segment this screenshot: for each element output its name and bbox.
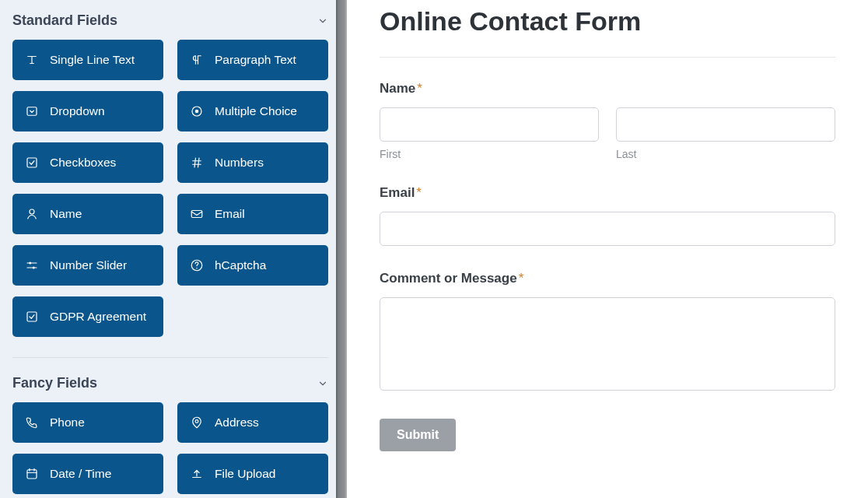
submit-button[interactable]: Submit: [380, 419, 456, 451]
text-icon: [25, 53, 39, 67]
checkbox-icon: [25, 310, 39, 324]
first-name-input[interactable]: [380, 107, 599, 142]
section-title: Standard Fields: [12, 12, 117, 29]
field-type-label: Address: [215, 416, 259, 430]
field-type-label: Name: [50, 207, 82, 221]
last-name-input[interactable]: [616, 107, 835, 142]
svg-rect-5: [191, 211, 202, 218]
field-email: Email*: [380, 185, 835, 246]
field-type-button[interactable]: Numbers: [177, 142, 328, 183]
checkbox-icon: [25, 156, 39, 170]
field-type-label: Number Slider: [50, 258, 127, 272]
svg-point-6: [29, 262, 31, 265]
field-type-label: Paragraph Text: [215, 53, 296, 67]
field-type-label: Date / Time: [50, 467, 111, 481]
svg-point-7: [33, 267, 35, 269]
fields-grid: PhoneAddressDate / TimeFile Upload: [12, 402, 328, 498]
svg-point-4: [30, 209, 34, 214]
required-asterisk: *: [416, 185, 422, 200]
fields-grid: Single Line TextParagraph TextDropdownMu…: [12, 40, 328, 358]
comment-label: Comment or Message*: [380, 271, 835, 286]
radio-icon: [190, 104, 204, 118]
dropdown-icon: [25, 104, 39, 118]
svg-rect-3: [27, 158, 37, 167]
field-type-label: Dropdown: [50, 104, 105, 118]
section-title: Fancy Fields: [12, 375, 97, 391]
field-type-button[interactable]: Checkboxes: [12, 142, 163, 183]
field-type-button[interactable]: File Upload: [177, 454, 328, 494]
question-icon: [190, 258, 204, 272]
field-type-button[interactable]: Phone: [12, 402, 163, 443]
field-type-button[interactable]: Email: [177, 194, 328, 234]
pin-icon: [190, 416, 204, 430]
fields-section-header[interactable]: Fancy Fields: [12, 374, 328, 402]
svg-rect-10: [27, 312, 37, 321]
email-input[interactable]: [380, 212, 835, 246]
envelope-icon: [190, 207, 204, 221]
field-type-button[interactable]: Name: [12, 194, 163, 234]
field-type-button[interactable]: Dropdown: [12, 91, 163, 132]
field-type-label: Numbers: [215, 156, 264, 170]
field-type-label: Multiple Choice: [215, 104, 297, 118]
field-type-label: Phone: [50, 416, 85, 430]
field-type-button[interactable]: GDPR Agreement: [12, 296, 163, 337]
field-type-button[interactable]: Single Line Text: [12, 40, 163, 80]
svg-point-9: [196, 268, 198, 269]
field-type-button[interactable]: Address: [177, 402, 328, 443]
first-name-sublabel: First: [380, 148, 599, 160]
field-type-label: File Upload: [215, 467, 275, 481]
svg-point-2: [195, 110, 199, 114]
field-type-button[interactable]: Number Slider: [12, 245, 163, 286]
phone-icon: [25, 416, 39, 430]
field-type-label: GDPR Agreement: [50, 310, 146, 324]
fields-sidebar: Standard FieldsSingle Line TextParagraph…: [0, 0, 336, 498]
field-name: Name* First Last: [380, 81, 835, 160]
required-asterisk: *: [417, 81, 422, 96]
field-type-label: Checkboxes: [50, 156, 116, 170]
chevron-down-icon: [317, 16, 328, 26]
field-type-label: Email: [215, 207, 245, 221]
paragraph-icon: [190, 53, 204, 67]
form-title: Online Contact Form: [380, 6, 835, 58]
fields-section-header[interactable]: Standard Fields: [12, 11, 328, 40]
slider-icon: [25, 258, 39, 272]
field-type-button[interactable]: Date / Time: [12, 454, 163, 494]
hash-icon: [190, 156, 204, 170]
field-comment: Comment or Message*: [380, 271, 835, 394]
name-label: Name*: [380, 81, 835, 96]
calendar-icon: [25, 467, 39, 481]
svg-rect-12: [27, 470, 37, 479]
comment-textarea[interactable]: [380, 297, 835, 391]
field-type-button[interactable]: hCaptcha: [177, 245, 328, 286]
email-label: Email*: [380, 185, 835, 201]
required-asterisk: *: [519, 271, 524, 286]
chevron-down-icon: [317, 378, 328, 389]
field-type-label: hCaptcha: [215, 258, 266, 272]
field-type-button[interactable]: Multiple Choice: [177, 91, 328, 132]
svg-rect-0: [27, 107, 37, 116]
field-type-button[interactable]: Paragraph Text: [177, 40, 328, 80]
sidebar-resize-gutter[interactable]: [336, 0, 347, 498]
svg-point-11: [195, 420, 198, 423]
upload-icon: [190, 467, 204, 481]
field-type-label: Single Line Text: [50, 53, 135, 67]
last-name-sublabel: Last: [616, 148, 835, 160]
form-preview: Online Contact Form Name* First Last Ema…: [347, 0, 868, 498]
user-icon: [25, 207, 39, 221]
